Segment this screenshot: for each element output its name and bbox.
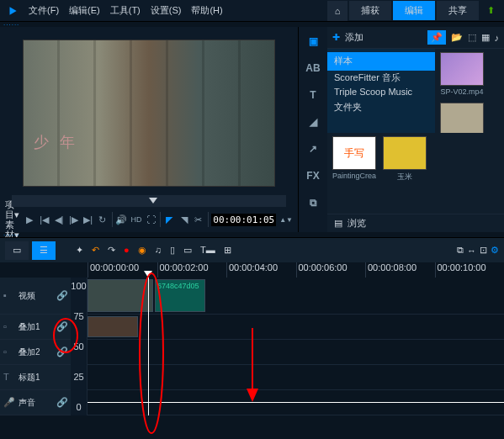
add-label: 添加: [345, 31, 363, 44]
library-category-bar: ▣ AB T ◢ ↗ FX ⧉: [299, 27, 327, 232]
audio-icon[interactable]: ♪: [495, 33, 500, 43]
workspace-tabs: ⌂ 捕获 编辑 共享 ⬆: [327, 1, 501, 21]
tool-subtitle-icon[interactable]: ▭: [183, 245, 192, 256]
next-frame-button[interactable]: |▶: [68, 211, 79, 228]
folder-triplescoop[interactable]: Triple Scoop Music: [334, 85, 428, 100]
cat-fx-icon[interactable]: FX: [304, 167, 322, 185]
tracks-area: 1007550250 ▪ 视频 🔗 🔊 6748c47d05 ▫ 叠加1 🔗 🔊: [0, 278, 504, 415]
track-type-overlay-icon[interactable]: ▫: [3, 346, 15, 358]
loop-button[interactable]: ↻: [97, 211, 108, 228]
upload-icon[interactable]: ⬆: [480, 1, 501, 21]
timeline-ruler[interactable]: 00:00:00:0000:00:02:0000:00:04:0000:00:0…: [0, 262, 504, 278]
tab-edit[interactable]: 编辑: [393, 1, 435, 20]
overlay-clip[interactable]: [88, 316, 138, 337]
video-clip[interactable]: 6748c47d05: [155, 279, 205, 312]
cat-capture-icon[interactable]: ⧉: [304, 193, 322, 212]
track-lane[interactable]: 6748c47d05: [88, 278, 504, 314]
tool-options-icon[interactable]: ✦: [76, 245, 83, 256]
import-icon[interactable]: 📂: [451, 32, 463, 43]
browse-icon[interactable]: ▤: [334, 218, 342, 229]
menu-settings[interactable]: 设置(S): [151, 4, 182, 17]
tool-redo-icon[interactable]: ↷: [108, 245, 115, 256]
timecode-display[interactable]: 00:00:01:05: [211, 214, 276, 226]
browse-label[interactable]: 浏览: [347, 217, 366, 230]
tool-multicam-icon[interactable]: ⊞: [224, 245, 231, 256]
video-clip[interactable]: [88, 279, 153, 312]
folder-custom[interactable]: 文件夹: [334, 100, 428, 115]
tool-record-icon[interactable]: ●: [124, 245, 130, 256]
clip-thumb[interactable]: 手写PaintingCreator: [332, 136, 376, 210]
track-label: 视频: [19, 290, 53, 302]
tool-settings-icon[interactable]: ⚙: [491, 245, 499, 256]
transport-bar: 项目▾ 素材▾ ▶ |◀ ◀| |▶ ▶| ↻ 🔊 HD ⛶ ◤ ◥ ✂ 00:…: [0, 207, 298, 232]
tab-share[interactable]: 共享: [437, 1, 479, 20]
track-lane[interactable]: [88, 340, 504, 364]
hd-button[interactable]: HD: [130, 211, 141, 228]
timeline-view-icon[interactable]: ☰: [32, 241, 56, 260]
sort-icon[interactable]: ⬚: [468, 32, 476, 43]
tool-chapter-icon[interactable]: ▯: [170, 245, 175, 256]
clip-thumb[interactable]: SP-V02.mp4: [440, 52, 484, 96]
library-toolbar: ✚ 添加 📌 📂 ⬚ ▦ ♪: [327, 27, 504, 49]
mark-in-button[interactable]: ◤: [164, 211, 175, 228]
link-icon[interactable]: 🔗: [56, 397, 68, 409]
link-icon[interactable]: 🔗: [56, 321, 68, 333]
trim-marker-icon[interactable]: [149, 198, 157, 204]
cat-transition-icon[interactable]: AB: [304, 59, 322, 77]
track-type-voice-icon[interactable]: 🎤: [3, 397, 15, 409]
cat-title-icon[interactable]: T: [304, 86, 322, 104]
library-footer: ▤ 浏览: [327, 214, 504, 232]
link-icon[interactable]: 🔗: [56, 290, 68, 302]
trim-bar[interactable]: [12, 195, 286, 207]
clip-thumb[interactable]: SP-V03: [440, 103, 484, 133]
cat-media-icon[interactable]: ▣: [304, 32, 322, 50]
video-preview[interactable]: 少 年: [23, 40, 275, 187]
play-button[interactable]: ▶: [24, 211, 35, 228]
goto-end-button[interactable]: ▶|: [82, 211, 93, 228]
menu-tools[interactable]: 工具(T): [110, 4, 141, 17]
tool-disc-icon[interactable]: ◉: [138, 245, 146, 256]
storyboard-view-icon[interactable]: ▭: [5, 241, 29, 260]
volume-button[interactable]: 🔊: [115, 211, 127, 228]
folder-list: 样本 ScoreFitter 音乐 Triple Scoop Music 文件夹: [327, 49, 435, 133]
menu-file[interactable]: 文件(F): [29, 4, 59, 17]
app-logo: [3, 2, 22, 20]
timeline-view-tabs: ▭ ☰ ✦ ↶ ↷ ● ◉ ♫ ▯ ▭ T▬ ⊞ ⧉ ↔ ⊡ ⚙: [0, 237, 504, 262]
fullscreen-button[interactable]: ⛶: [146, 211, 157, 228]
folder-scorefitter[interactable]: ScoreFitter 音乐: [334, 71, 428, 86]
tab-capture[interactable]: 捕获: [349, 1, 391, 20]
pin-icon[interactable]: 📌: [427, 30, 446, 45]
home-button[interactable]: ⌂: [327, 1, 347, 21]
opacity-scale: 1007550250: [71, 278, 88, 415]
track-lane[interactable]: [88, 315, 504, 339]
menu-edit[interactable]: 编辑(E): [69, 4, 100, 17]
cat-path-icon[interactable]: ↗: [304, 140, 322, 158]
track-label: 叠加2: [19, 346, 53, 358]
playhead[interactable]: [148, 278, 149, 415]
track-type-title-icon[interactable]: T: [3, 372, 15, 383]
mark-out-button[interactable]: ◥: [178, 211, 189, 228]
clip-thumb[interactable]: 玉米: [383, 136, 427, 210]
view-icon[interactable]: ▦: [481, 32, 490, 43]
tool-proxy-icon[interactable]: ⊡: [480, 245, 487, 256]
tool-rescan-icon[interactable]: ↔: [467, 246, 476, 256]
goto-start-button[interactable]: |◀: [39, 211, 50, 228]
split-button[interactable]: ✂: [193, 211, 204, 228]
tool-mixer-icon[interactable]: ♫: [155, 245, 162, 256]
link-icon[interactable]: 🔗: [56, 346, 68, 358]
cat-graphic-icon[interactable]: ◢: [304, 113, 322, 131]
track-label: 声音: [19, 397, 53, 409]
add-folder-icon[interactable]: ✚: [332, 32, 340, 43]
track-type-video-icon[interactable]: ▪: [3, 290, 15, 302]
track-type-overlay-icon[interactable]: ▫: [3, 321, 15, 333]
folder-sample[interactable]: 样本: [327, 52, 435, 71]
track-lane[interactable]: [88, 365, 504, 389]
prev-frame-button[interactable]: ◀|: [53, 211, 64, 228]
tool-undo-icon[interactable]: ↶: [92, 245, 99, 256]
menu-help[interactable]: 帮助(H): [191, 4, 222, 17]
timeline-panel: ▭ ☰ ✦ ↶ ↷ ● ◉ ♫ ▯ ▭ T▬ ⊞ ⧉ ↔ ⊡ ⚙ 00:00:0…: [0, 237, 504, 415]
annotation-line: [88, 402, 504, 403]
timecode-stepper[interactable]: ▲▼: [279, 211, 293, 228]
tool-track-icon[interactable]: T▬: [200, 245, 215, 256]
tool-group-icon[interactable]: ⧉: [457, 245, 464, 256]
